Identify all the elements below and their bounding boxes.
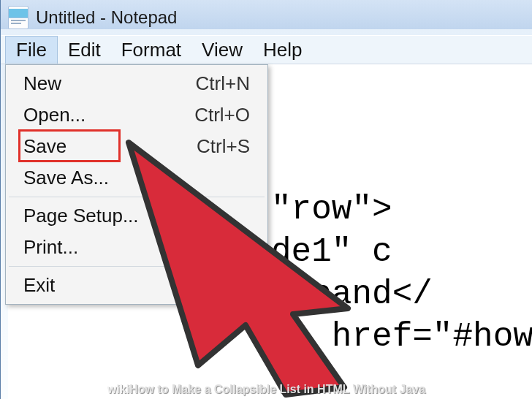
menu-item-shortcut: Ctrl+O xyxy=(194,104,250,126)
menu-item-shortcut: Ctrl+S xyxy=(197,135,250,158)
menu-item-exit[interactable]: Exit xyxy=(7,270,266,301)
menu-file[interactable]: File xyxy=(5,36,58,64)
menu-item-page-setup[interactable]: Page Setup... xyxy=(7,200,266,232)
watermark-text: How to Make a Collapsible List in HTML W… xyxy=(129,383,425,395)
watermark: wikiHow to Make a Collapsible List in HT… xyxy=(1,383,532,396)
menu-item-label: Page Setup... xyxy=(23,205,250,227)
menu-item-shortcut: Ctrl+N xyxy=(196,72,250,95)
watermark-brand: wiki xyxy=(107,383,129,395)
menu-item-label: Open... xyxy=(23,104,194,126)
title-bar: Untitled - Notepad xyxy=(1,0,532,35)
menu-separator xyxy=(9,197,265,197)
menu-separator xyxy=(9,266,265,267)
menu-item-label: Save xyxy=(23,135,197,158)
menu-item-open[interactable]: Open... Ctrl+O xyxy=(7,99,266,131)
menu-view[interactable]: View xyxy=(191,36,253,64)
menu-item-new[interactable]: New Ctrl+N xyxy=(7,68,266,99)
notepad-window: Untitled - Notepad File Edit Format View… xyxy=(0,0,532,399)
menu-item-label: Exit xyxy=(23,274,250,297)
menu-bar: File Edit Format View Help xyxy=(1,35,532,64)
window-title: Untitled - Notepad xyxy=(36,7,177,28)
menu-edit[interactable]: Edit xyxy=(58,36,111,64)
file-menu-dropdown: New Ctrl+N Open... Ctrl+O Save Ctrl+S Sa… xyxy=(5,64,268,305)
menu-item-label: Save As... xyxy=(23,167,250,189)
menu-item-save[interactable]: Save Ctrl+S xyxy=(7,131,266,162)
menu-item-label: Print... xyxy=(23,236,250,259)
menu-help[interactable]: Help xyxy=(253,36,312,64)
menu-item-label: New xyxy=(23,72,196,95)
menu-item-save-as[interactable]: Save As... xyxy=(7,162,266,194)
notepad-icon xyxy=(8,6,28,29)
menu-format[interactable]: Format xyxy=(111,36,191,64)
menu-item-print[interactable]: Print... xyxy=(7,232,266,263)
